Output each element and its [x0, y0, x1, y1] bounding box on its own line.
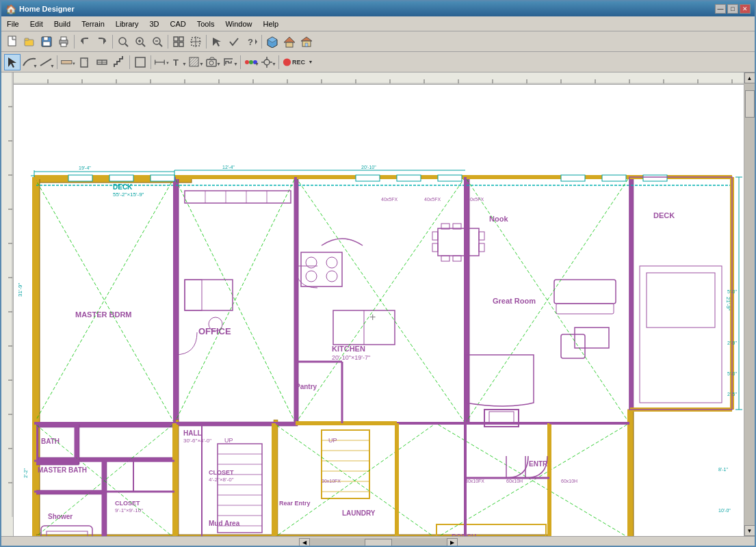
stair-tool-button[interactable] — [111, 54, 127, 70]
statusbar: ◀ ▶ — [1, 536, 755, 547]
menu-edit[interactable]: Edit — [25, 18, 49, 29]
svg-text:21'-9": 21'-9" — [725, 297, 731, 311]
text-tool-button[interactable]: T▼ — [170, 54, 187, 70]
exterior-view-button[interactable] — [298, 34, 315, 50]
hscroll-right-button[interactable]: ▶ — [447, 538, 458, 548]
svg-line-18 — [159, 44, 162, 46]
scroll-down-button[interactable]: ▼ — [744, 525, 755, 536]
help-context-button[interactable]: ? — [243, 34, 259, 50]
menu-tools[interactable]: Tools — [192, 18, 220, 29]
scroll-thumb[interactable] — [745, 90, 755, 118]
svg-text:Great Room: Great Room — [493, 297, 536, 305]
print-button[interactable] — [55, 34, 72, 50]
room-tool-button[interactable] — [132, 54, 148, 70]
svg-line-12 — [125, 44, 128, 46]
floor-plan-canvas[interactable]: MASTER BDRM BATH MASTER BATH Shower — [14, 85, 744, 536]
maximize-button[interactable]: □ — [727, 4, 738, 14]
svg-marker-32 — [284, 37, 295, 42]
close-button[interactable]: ✕ — [740, 4, 751, 14]
hscroll-thumb[interactable] — [365, 539, 392, 547]
fit-selection-button[interactable] — [187, 34, 204, 50]
elevation-tool-button[interactable]: ▼ — [222, 54, 238, 70]
scroll-up-button[interactable]: ▲ — [744, 72, 755, 83]
fill-tool-button[interactable]: ▼ — [187, 54, 204, 70]
camera-tool-button[interactable]: ▼ — [205, 54, 221, 70]
zoom-realsize-button[interactable] — [115, 34, 131, 50]
svg-text:60x10H: 60x10H — [506, 479, 523, 483]
material-tool-button[interactable]: ▼ — [243, 54, 259, 70]
toolbar1: ? — [1, 31, 755, 52]
menu-help[interactable]: Help — [258, 18, 285, 29]
svg-text:LAUNDRY: LAUNDRY — [342, 509, 376, 517]
menu-build[interactable]: Build — [49, 18, 76, 29]
zoom-in-button[interactable] — [132, 34, 148, 50]
svg-text:+: + — [369, 311, 376, 323]
svg-text:▼: ▼ — [255, 62, 259, 66]
toolbar2: ▼ ▼ ▼ ▼ T▼ ▼ ▼ — [1, 52, 755, 72]
scroll-track[interactable] — [744, 83, 755, 525]
svg-marker-34 — [301, 37, 312, 41]
svg-rect-41 — [62, 60, 72, 64]
hscroll-left-button[interactable]: ◀ — [299, 538, 310, 548]
window-title: Home Designer — [19, 5, 75, 13]
roof-view-button[interactable] — [281, 34, 298, 50]
svg-text:19'-4": 19'-4" — [79, 165, 91, 170]
3d-overview-button[interactable] — [264, 34, 281, 50]
svg-text:▼: ▼ — [272, 62, 276, 66]
record-button[interactable]: REC — [281, 54, 306, 70]
svg-rect-43 — [81, 58, 88, 67]
svg-text:▼: ▼ — [216, 62, 220, 66]
svg-point-60 — [245, 60, 249, 64]
select-tool-button[interactable] — [4, 54, 21, 70]
arrow-tool-button[interactable] — [209, 34, 225, 50]
svg-text:10'-0": 10'-0" — [718, 508, 731, 513]
svg-text:UP: UP — [328, 437, 337, 444]
menu-file[interactable]: File — [1, 18, 25, 29]
open-button[interactable] — [21, 34, 38, 50]
svg-rect-21 — [179, 37, 183, 41]
svg-text:OFFICE: OFFICE — [198, 326, 231, 336]
move-tool-button[interactable]: ▼ — [260, 54, 276, 70]
svg-text:BATH: BATH — [41, 438, 60, 445]
menu-terrain[interactable]: Terrain — [76, 18, 110, 29]
svg-point-61 — [249, 60, 253, 64]
redo-button[interactable] — [94, 34, 110, 50]
svg-text:?: ? — [248, 37, 253, 47]
door-tool-button[interactable] — [77, 54, 93, 70]
svg-text:31'-9": 31'-9" — [17, 282, 23, 297]
menu-window[interactable]: Window — [220, 18, 257, 29]
vertical-scrollbar[interactable]: ▲ ▼ — [744, 72, 755, 536]
wall-tool-dropdown[interactable]: ▼ — [60, 54, 76, 70]
sep4 — [206, 35, 207, 49]
svg-text:DECK: DECK — [653, 211, 675, 219]
draw-curve-button[interactable]: ▼ — [21, 54, 38, 70]
svg-rect-285 — [356, 175, 380, 181]
undo-button[interactable] — [77, 34, 93, 50]
zoom-out-button[interactable] — [149, 34, 166, 50]
svg-text:8'-1": 8'-1" — [718, 467, 728, 472]
fit-page-button[interactable] — [170, 34, 187, 50]
svg-rect-284 — [151, 175, 174, 181]
save-button[interactable] — [38, 34, 55, 50]
svg-rect-20 — [174, 37, 178, 41]
menu-library[interactable]: Library — [110, 18, 144, 29]
record-dropdown[interactable]: ▼ — [307, 54, 315, 70]
dimension-tool-button[interactable]: ▼ — [153, 54, 170, 70]
horizontal-scrollbar[interactable]: ◀ ▶ — [4, 538, 752, 548]
window-tool-button[interactable] — [94, 54, 110, 70]
menu-cad[interactable]: CAD — [164, 18, 191, 29]
svg-text:▼: ▼ — [233, 62, 237, 66]
svg-rect-47 — [135, 57, 145, 67]
draw-line-button[interactable]: ▼ — [38, 54, 55, 70]
svg-rect-5 — [43, 42, 50, 46]
svg-rect-7 — [61, 37, 66, 40]
hscroll-track[interactable] — [310, 538, 447, 548]
sep7 — [129, 55, 130, 69]
check-button[interactable] — [226, 34, 242, 50]
svg-text:▼: ▼ — [199, 62, 203, 66]
app-icon: 🏠 — [5, 4, 16, 14]
new-button[interactable] — [4, 34, 21, 50]
menu-3d[interactable]: 3D — [144, 18, 164, 29]
svg-text:4'-2"×8'-0": 4'-2"×8'-0" — [209, 477, 234, 483]
minimize-button[interactable]: — — [715, 4, 726, 14]
